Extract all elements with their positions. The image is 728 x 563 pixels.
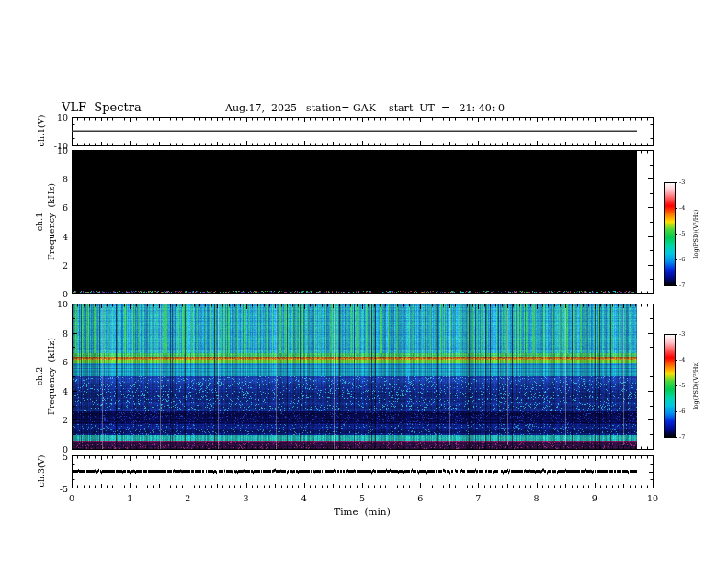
- spec2-channel-label: ch.2: [34, 367, 44, 386]
- time-tick-label: 9: [586, 493, 604, 503]
- colorbar-tick-label: -4: [679, 356, 694, 363]
- time-tick-label: 0: [63, 493, 81, 503]
- spec1-ytick-label: 6: [37, 202, 68, 213]
- colorbar-tick-label: -4: [679, 204, 694, 212]
- ch1v-ytick-label: 10: [37, 112, 68, 122]
- spec1-ytick-label: 4: [37, 232, 68, 242]
- colorbar-tick-label: -5: [679, 230, 694, 237]
- vlf-spectra-figure: VLF Spectra Aug.17, 2025 station= GAK st…: [0, 0, 728, 563]
- time-tick-label: 7: [469, 493, 487, 503]
- colorbar-tick-label: -3: [679, 178, 694, 186]
- colorbar-tick-label: -6: [679, 256, 694, 263]
- plot-start-ut: start UT = 21: 40: 0: [389, 102, 505, 114]
- spec2-ytick-label: 6: [37, 357, 68, 367]
- plot-title: VLF Spectra: [62, 100, 142, 114]
- spec1-channel-label: ch.1: [34, 213, 44, 232]
- colorbar-tick-label: -5: [679, 382, 694, 389]
- spec2-ytick-label: 8: [37, 328, 68, 339]
- spec1-frequency-label: Frequency (kHz): [46, 183, 56, 260]
- colorbar-tick-label: -7: [679, 433, 694, 441]
- spec2-ytick-label: 2: [37, 415, 68, 425]
- colorbar-tick-label: -6: [679, 408, 694, 415]
- spec1-ytick-label: 0: [37, 289, 68, 299]
- time-tick-label: 6: [411, 493, 429, 503]
- ch3v-ytick-label: 5: [37, 452, 68, 462]
- time-tick-label: 4: [295, 493, 313, 503]
- time-tick-label: 1: [120, 493, 139, 503]
- spec2-ytick-label: 4: [37, 386, 68, 396]
- spec2-frequency-label: Frequency (kHz): [46, 338, 56, 415]
- plot-date: Aug.17, 2025: [225, 102, 297, 114]
- time-tick-label: 10: [643, 493, 662, 503]
- time-tick-label: 2: [178, 493, 197, 503]
- plot-canvas: [0, 0, 728, 563]
- ch1v-ytick-label: -10: [37, 141, 68, 151]
- colorbar-tick-label: -7: [679, 282, 694, 289]
- time-axis-label: Time (min): [325, 506, 399, 517]
- colorbar-tick-label: -3: [679, 330, 694, 338]
- time-tick-label: 5: [353, 493, 371, 503]
- time-tick-label: 8: [528, 493, 546, 503]
- time-tick-label: 3: [237, 493, 256, 503]
- spec2-ytick-label: 10: [37, 299, 68, 309]
- plot-station: station= GAK: [306, 102, 376, 114]
- spec1-ytick-label: 2: [37, 260, 68, 270]
- spec1-ytick-label: 8: [37, 174, 68, 184]
